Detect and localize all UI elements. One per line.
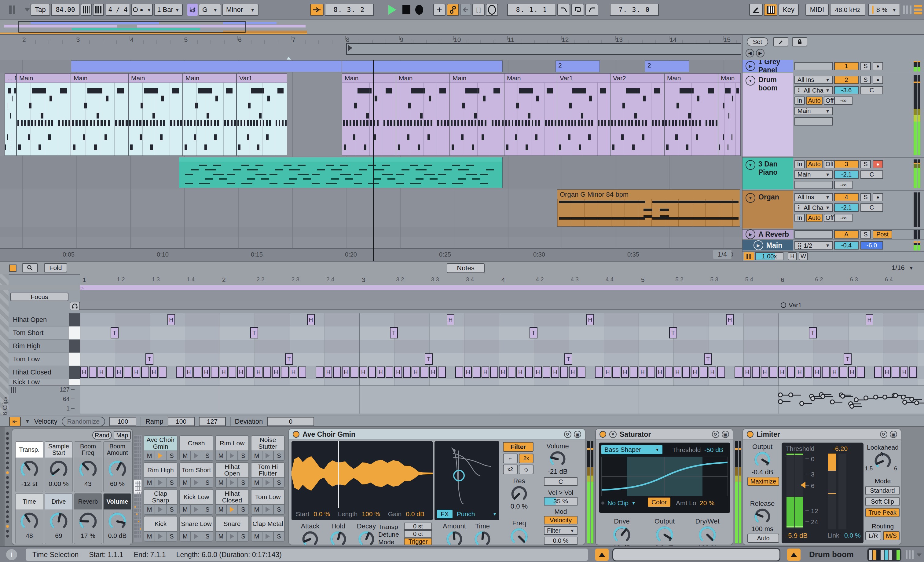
row-label-hihat-closed[interactable]: Hihat Closed bbox=[9, 366, 69, 379]
locator-pencil-button[interactable] bbox=[773, 37, 788, 46]
auto-release-button[interactable]: Auto bbox=[747, 534, 779, 543]
ramp-from-field[interactable]: 100 bbox=[168, 417, 195, 426]
clip-color-chip[interactable] bbox=[9, 265, 16, 272]
row-key-dark[interactable] bbox=[69, 366, 80, 379]
gain-value[interactable]: 0.0 dB bbox=[406, 510, 424, 518]
simpler-res-dial[interactable] bbox=[511, 486, 528, 502]
pad-mute-button[interactable]: M bbox=[216, 478, 227, 487]
grey-solo-button[interactable]: S bbox=[861, 62, 871, 70]
track-header-a-reverb[interactable]: ▶A ReverbASPost bbox=[742, 230, 924, 240]
time-signature-field[interactable]: 4 / 4 bbox=[106, 4, 130, 16]
set-locator-button[interactable]: Set bbox=[747, 37, 768, 46]
drum-pad-hihat-open[interactable]: Hihat OpenMS bbox=[215, 462, 249, 488]
midi-note[interactable] bbox=[735, 367, 742, 378]
fx-mode-caret[interactable]: ▼ bbox=[492, 512, 497, 517]
midi-note[interactable] bbox=[246, 367, 254, 378]
pad-solo-button[interactable]: S bbox=[238, 451, 248, 460]
draw-mode-button[interactable]: [ ] bbox=[472, 4, 484, 16]
midi-note[interactable]: H bbox=[778, 367, 786, 378]
track-header-grey-panel[interactable]: ▶1 Grey Panel1S● bbox=[742, 60, 924, 73]
fold-icon[interactable]: ▼ bbox=[746, 160, 755, 170]
midi-note[interactable]: H bbox=[726, 314, 734, 325]
midi-scrub-area[interactable] bbox=[80, 290, 924, 302]
row-label-kick-low[interactable]: Kick Low bbox=[9, 379, 69, 385]
clip-marker-var1[interactable]: Var1 bbox=[781, 301, 802, 309]
midi-note[interactable]: H bbox=[429, 367, 437, 378]
midi-note[interactable]: H bbox=[761, 367, 769, 378]
simpler-pan-field[interactable]: C bbox=[544, 477, 578, 486]
midi-note[interactable]: H bbox=[831, 367, 838, 378]
mode-softclip-button[interactable]: Soft Clip bbox=[866, 497, 900, 506]
row-key-light[interactable] bbox=[69, 353, 80, 366]
midi-note[interactable] bbox=[578, 367, 585, 378]
punch-out-button[interactable] bbox=[585, 4, 598, 16]
grey-routing-number[interactable]: 1 bbox=[834, 62, 859, 70]
pad-solo-button[interactable]: S bbox=[274, 532, 284, 541]
pad-play-button[interactable] bbox=[227, 451, 238, 460]
midi-note[interactable]: H bbox=[569, 367, 577, 378]
row-label-tom-short[interactable]: Tom Short bbox=[9, 327, 69, 340]
midi-note[interactable] bbox=[630, 367, 638, 378]
pad-solo-button[interactable]: S bbox=[202, 451, 213, 460]
randomize-button[interactable]: Randomize bbox=[62, 417, 105, 426]
note-lane-kick-low[interactable] bbox=[80, 379, 924, 386]
organ-arm-button[interactable]: ● bbox=[873, 193, 883, 201]
midi-note[interactable]: T bbox=[669, 327, 677, 339]
velocity-marker[interactable] bbox=[854, 397, 859, 402]
simpler-freq-dial[interactable] bbox=[510, 528, 528, 546]
maximize-button[interactable]: Maximize bbox=[747, 477, 779, 486]
monitor-in-button[interactable]: In bbox=[795, 96, 805, 105]
track-header-drum-boom[interactable]: ▼Drum boomAll Ins▼⠇ All Channels▼InAutoO… bbox=[742, 73, 924, 157]
amt-lo-value[interactable]: 20 % bbox=[700, 499, 714, 507]
lowpass-filter-type-button[interactable]: ⌐ bbox=[503, 454, 518, 463]
midi-ruler[interactable]: 11.21.31.422.22.32.433.23.33.444.24.34.4… bbox=[80, 274, 924, 285]
next-locator-button[interactable]: ▶ bbox=[756, 49, 765, 57]
midi-note[interactable] bbox=[194, 367, 201, 378]
midi-note[interactable] bbox=[560, 367, 568, 378]
velocity-lane[interactable] bbox=[80, 385, 924, 414]
track-name-grey-panel[interactable]: ▶1 Grey Panel bbox=[742, 60, 793, 72]
lane-select-caret[interactable]: ▼ bbox=[25, 419, 30, 424]
piano-pan-field[interactable]: C bbox=[861, 171, 883, 179]
row-label-rim-high[interactable]: Rim High bbox=[9, 340, 69, 353]
macro-knob-5[interactable] bbox=[20, 512, 39, 531]
midi-note[interactable]: T bbox=[146, 354, 153, 365]
pad-mute-button[interactable]: M bbox=[180, 532, 191, 541]
piano-arm-button[interactable]: ● bbox=[873, 160, 883, 168]
pad-view-selector[interactable] bbox=[134, 480, 141, 492]
clip-drum-boom[interactable]: Var2 bbox=[610, 73, 664, 156]
midi-note[interactable]: H bbox=[272, 367, 280, 378]
hot-swap-icon[interactable]: ⟳ bbox=[564, 431, 572, 438]
velocity-marker[interactable] bbox=[810, 396, 815, 401]
velocity-marker[interactable] bbox=[901, 395, 906, 400]
unfold-icon[interactable]: ▶ bbox=[753, 240, 763, 250]
midi-note[interactable]: H bbox=[499, 367, 507, 378]
tempo-follow-caret[interactable] bbox=[24, 8, 30, 12]
hot-swap-icon[interactable]: ⟳ bbox=[880, 431, 887, 438]
groove-pool-selector[interactable]: O● ▼ bbox=[131, 4, 153, 16]
zoom-level-field[interactable]: 1.00x bbox=[755, 252, 783, 260]
input-channel-menu[interactable]: ⠇ All Channels▼ bbox=[795, 86, 833, 94]
routing-lr-button[interactable]: L/R bbox=[866, 531, 881, 540]
macro-cell-5[interactable]: Time48 bbox=[15, 493, 44, 544]
midi-note[interactable] bbox=[717, 367, 725, 378]
midi-note[interactable]: H bbox=[464, 367, 472, 378]
midi-note[interactable]: H bbox=[377, 367, 385, 378]
midi-note[interactable]: H bbox=[604, 367, 612, 378]
track-lane[interactable] bbox=[0, 237, 742, 249]
saturator-drive-dial[interactable] bbox=[613, 526, 631, 544]
velocity-prev-button[interactable]: ⇤ bbox=[9, 417, 21, 426]
fold-icon[interactable]: ▼ bbox=[746, 193, 755, 203]
detune-field[interactable]: 0 ct bbox=[404, 530, 432, 538]
organ-volume-field[interactable]: -2.1 bbox=[834, 204, 859, 212]
track-header-dan-piano[interactable]: ▼3 Dan PianoInAutoOffMain▼3S●-2.1C-∞ bbox=[742, 157, 924, 190]
midi-note[interactable]: H bbox=[115, 367, 123, 378]
midi-note[interactable]: H bbox=[447, 314, 454, 325]
midi-note[interactable]: H bbox=[743, 367, 752, 378]
velocity-marker[interactable] bbox=[830, 400, 835, 405]
record-button[interactable] bbox=[412, 4, 426, 16]
monitor-auto-button[interactable]: Auto bbox=[806, 160, 822, 168]
velocity-marker[interactable] bbox=[788, 393, 793, 397]
midi-note[interactable]: H bbox=[796, 367, 804, 378]
midi-note[interactable] bbox=[386, 367, 393, 378]
